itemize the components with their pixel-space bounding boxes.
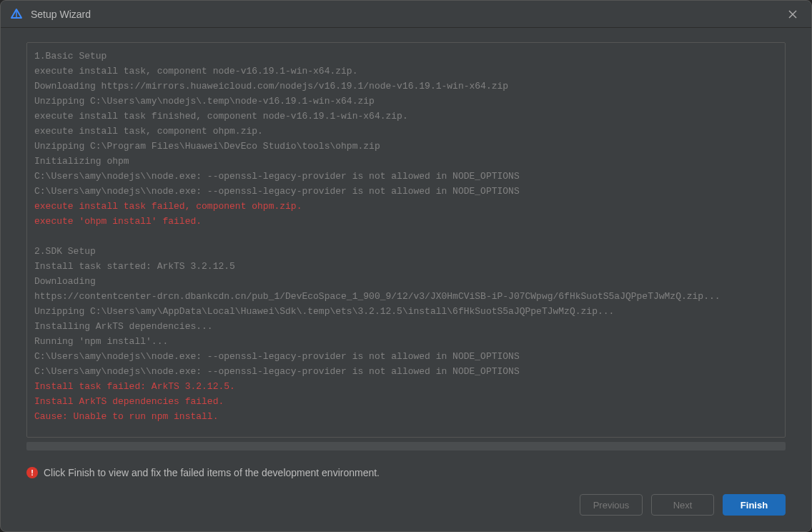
log-line: C:\Users\amy\nodejs\\node.exe: --openssl… — [34, 364, 778, 379]
log-line-error: Install ArkTS dependencies failed. — [34, 394, 778, 409]
log-line: C:\Users\amy\nodejs\\node.exe: --openssl… — [34, 349, 778, 364]
content-area: 1.Basic Setupexecute install task, compo… — [1, 28, 811, 454]
finish-button[interactable]: Finish — [723, 494, 786, 516]
log-line: Initializing ohpm — [34, 154, 778, 169]
log-line: Unzipping C:\Users\amy\nodejs\.temp\node… — [34, 94, 778, 109]
log-line: execute install task finished, component… — [34, 109, 778, 124]
log-line: C:\Users\amy\nodejs\\node.exe: --openssl… — [34, 184, 778, 199]
log-line: Downloading https://mirrors.huaweicloud.… — [34, 79, 778, 94]
button-row: Previous Next Finish — [1, 484, 811, 531]
log-line: Unzipping C:\Users\amy\AppData\Local\Hua… — [34, 304, 778, 319]
log-output-container: 1.Basic Setupexecute install task, compo… — [26, 42, 786, 438]
log-line: Downloading — [34, 274, 778, 289]
log-output[interactable]: 1.Basic Setupexecute install task, compo… — [27, 43, 785, 437]
log-line-error: Install task failed: ArkTS 3.2.12.5. — [34, 379, 778, 394]
horizontal-scrollbar[interactable] — [26, 442, 786, 450]
log-line: Running 'npm install'... — [34, 334, 778, 349]
setup-wizard-window: Setup Wizard 1.Basic Setupexecute instal… — [0, 0, 812, 532]
log-line-error: execute install task failed, component o… — [34, 199, 778, 214]
log-line — [34, 229, 778, 244]
log-line: 1.Basic Setup — [34, 49, 778, 64]
log-line: Install task started: ArkTS 3.2.12.5 — [34, 259, 778, 274]
log-line: execute install task, component node-v16… — [34, 64, 778, 79]
log-line-error: execute 'ohpm install' failed. — [34, 214, 778, 229]
log-line: execute install task, component ohpm.zip… — [34, 124, 778, 139]
log-line: Installing ArkTS dependencies... — [34, 319, 778, 334]
next-button[interactable]: Next — [651, 494, 714, 516]
close-button[interactable] — [783, 4, 803, 24]
log-line: C:\Users\amy\nodejs\\node.exe: --openssl… — [34, 169, 778, 184]
log-line: Unzipping C:\Program Files\Huawei\DevEco… — [34, 139, 778, 154]
app-logo-icon — [9, 7, 24, 21]
window-title: Setup Wizard — [31, 9, 783, 20]
status-row: ! Click Finish to view and fix the faile… — [1, 454, 811, 484]
error-icon: ! — [26, 467, 38, 478]
log-line: 2.SDK Setup — [34, 244, 778, 259]
status-message: Click Finish to view and fix the failed … — [44, 467, 380, 478]
log-line: https://contentcenter-drcn.dbankcdn.cn/p… — [34, 289, 778, 304]
previous-button[interactable]: Previous — [580, 494, 643, 516]
log-line-error: Cause: Unable to run npm install. — [34, 409, 778, 424]
titlebar: Setup Wizard — [1, 1, 811, 28]
